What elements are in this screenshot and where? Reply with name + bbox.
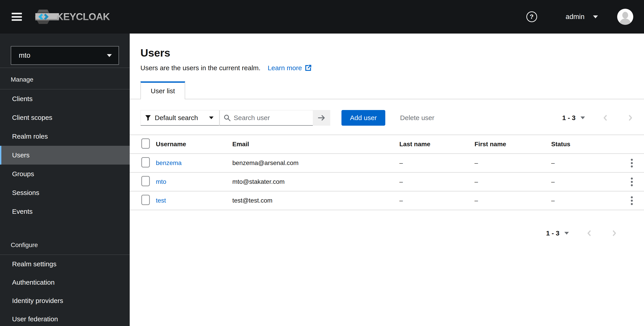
main-content: Users Users are the users in the current… <box>130 34 644 326</box>
arrow-right-icon <box>318 114 326 121</box>
username-link[interactable]: benzema <box>156 160 182 166</box>
column-header-email: Email <box>232 141 399 148</box>
tab-user-list[interactable]: User list <box>140 82 185 99</box>
pagination-top: 1 - 3 <box>562 114 633 122</box>
select-all-checkbox[interactable] <box>141 138 150 149</box>
filter-icon <box>145 115 151 121</box>
search-field <box>219 110 313 126</box>
user-dropdown[interactable]: admin <box>566 13 598 21</box>
keycloak-logo: KEYCLOAK <box>35 9 110 24</box>
kebab-menu-icon[interactable] <box>629 156 634 170</box>
nav-group-title: Manage <box>0 68 130 90</box>
search-icon <box>224 114 230 121</box>
users-table: Username Email Last name First name Stat… <box>130 134 644 210</box>
row-checkbox[interactable] <box>141 195 150 205</box>
status-cell: – <box>551 160 620 166</box>
chevron-left-icon <box>602 114 608 122</box>
delete-user-button[interactable]: Delete user <box>400 114 434 122</box>
table-row: test test@test.com – – – <box>130 192 644 210</box>
previous-page-button[interactable] <box>602 114 608 122</box>
chevron-left-icon <box>586 230 592 237</box>
realm-selector-label: mto <box>19 52 30 60</box>
email-cell: mto@stakater.com <box>232 178 399 185</box>
sidebar-item-events[interactable]: Events <box>0 202 130 221</box>
search-input[interactable] <box>234 114 309 122</box>
learn-more-link[interactable]: Learn more <box>268 64 312 72</box>
kebab-menu-icon[interactable] <box>629 194 634 208</box>
table-row: mto mto@stakater.com – – – <box>130 172 644 192</box>
sidebar-item-identity-providers[interactable]: Identity providers <box>0 292 130 310</box>
column-header-username: Username <box>156 141 232 148</box>
column-header-last-name: Last name <box>399 141 474 148</box>
column-header-first-name: First name <box>474 141 551 148</box>
next-page-button[interactable] <box>628 114 633 122</box>
nav-group-manage: Manage Clients Client scopes Realm roles… <box>0 68 130 221</box>
username-link[interactable]: test <box>156 197 166 204</box>
email-cell: test@test.com <box>232 197 399 204</box>
next-page-button[interactable] <box>611 230 617 237</box>
page-subtitle: Users are the users in the current realm… <box>140 64 260 72</box>
chevron-right-icon <box>611 230 617 237</box>
chevron-down-icon <box>107 54 112 57</box>
sidebar-item-authentication[interactable]: Authentication <box>0 273 130 292</box>
chevron-down-icon <box>564 232 569 234</box>
avatar[interactable] <box>617 9 633 25</box>
page-header: Users Users are the users in the current… <box>130 46 644 72</box>
tab-bar-underline <box>130 99 644 99</box>
tab-bar: User list <box>130 82 644 99</box>
avatar-body <box>620 18 631 25</box>
first-name-cell: – <box>474 160 551 166</box>
chevron-down-icon <box>209 116 214 119</box>
pagination-range: 1 - 3 <box>562 114 576 122</box>
chevron-right-icon <box>628 114 633 122</box>
avatar-head <box>622 12 628 18</box>
pagination-bottom: 1 - 3 <box>130 230 644 237</box>
table-header-row: Username Email Last name First name Stat… <box>130 134 644 154</box>
status-cell: – <box>551 197 620 204</box>
sidebar-item-realm-roles[interactable]: Realm roles <box>0 127 130 146</box>
masthead: KEYCLOAK ? admin <box>0 0 644 34</box>
pagination-menu-toggle[interactable]: 1 - 3 <box>562 114 585 122</box>
row-checkbox[interactable] <box>141 176 150 186</box>
sidebar-item-users[interactable]: Users <box>0 146 130 164</box>
search-type-label: Default search <box>155 114 198 122</box>
status-cell: – <box>551 178 620 185</box>
sidebar-item-realm-settings[interactable]: Realm settings <box>0 255 130 273</box>
nav-group-title: Configure <box>0 234 130 255</box>
sidebar-item-clients[interactable]: Clients <box>0 90 130 108</box>
nav-group-configure: Configure Realm settings Authentication … <box>0 234 130 326</box>
first-name-cell: – <box>474 197 551 204</box>
user-dropdown-label: admin <box>566 13 584 21</box>
search-type-dropdown[interactable]: Default search <box>140 110 219 126</box>
first-name-cell: – <box>474 178 551 185</box>
realm-selector[interactable]: mto <box>11 46 119 65</box>
brand-name: KEYCLOAK <box>56 11 110 22</box>
sidebar-item-sessions[interactable]: Sessions <box>0 183 130 202</box>
realm-selector-section: mto <box>0 34 130 68</box>
sidebar: mto Manage Clients Client scopes Realm r… <box>0 34 130 326</box>
keycloak-admin-console: KEYCLOAK ? admin mto Manage <box>0 0 644 326</box>
page-title: Users <box>140 46 644 60</box>
previous-page-button[interactable] <box>586 230 592 237</box>
add-user-button[interactable]: Add user <box>342 110 385 126</box>
search-submit-button[interactable] <box>313 110 330 126</box>
learn-more-label: Learn more <box>268 64 302 72</box>
table-row: benzema benzema@arsenal.com – – – <box>130 154 644 172</box>
help-icon[interactable]: ? <box>526 12 537 22</box>
hamburger-menu-icon[interactable] <box>12 13 22 21</box>
last-name-cell: – <box>399 178 474 185</box>
chevron-down-icon <box>593 16 598 18</box>
kebab-menu-icon[interactable] <box>629 175 634 189</box>
masthead-actions: ? admin <box>526 9 633 25</box>
last-name-cell: – <box>399 197 474 204</box>
pagination-range: 1 - 3 <box>546 230 560 237</box>
chevron-down-icon <box>580 116 585 119</box>
row-checkbox[interactable] <box>141 157 150 168</box>
sidebar-item-client-scopes[interactable]: Client scopes <box>0 108 130 127</box>
sidebar-item-groups[interactable]: Groups <box>0 164 130 183</box>
pagination-menu-toggle[interactable]: 1 - 3 <box>546 230 569 237</box>
toolbar: Default search Add user <box>140 110 633 126</box>
column-header-status: Status <box>551 141 620 148</box>
username-link[interactable]: mto <box>156 178 166 185</box>
sidebar-item-user-federation[interactable]: User federation <box>0 310 130 326</box>
